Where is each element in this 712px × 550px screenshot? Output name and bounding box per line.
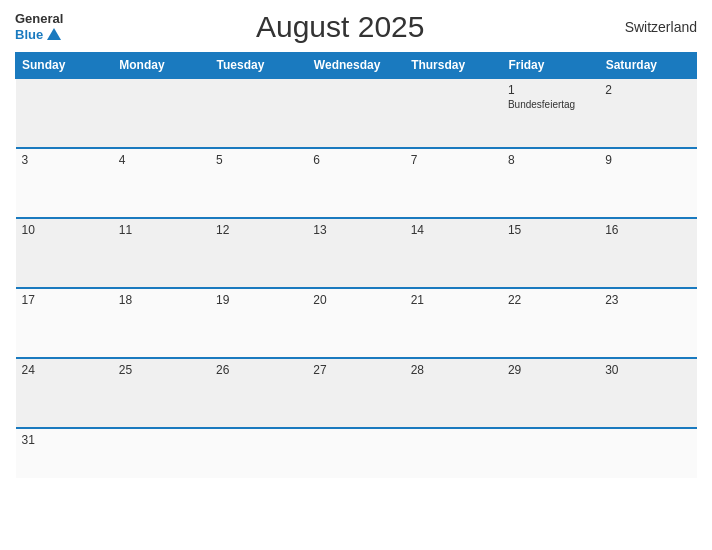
- day-cell: [16, 78, 113, 148]
- logo-triangle-icon: [47, 28, 61, 40]
- country-label: Switzerland: [617, 19, 697, 35]
- logo-blue-text: Blue: [15, 27, 61, 42]
- day-cell: 10: [16, 218, 113, 288]
- calendar-header: General Blue August 2025 Switzerland: [15, 10, 697, 44]
- day-cell: 6: [307, 148, 404, 218]
- header-thursday: Thursday: [405, 53, 502, 79]
- day-cell: 12: [210, 218, 307, 288]
- day-number: 13: [313, 223, 398, 237]
- day-cell: [210, 78, 307, 148]
- header-monday: Monday: [113, 53, 210, 79]
- day-number: 23: [605, 293, 690, 307]
- day-cell: 13: [307, 218, 404, 288]
- day-cell: 15: [502, 218, 599, 288]
- day-cell: 30: [599, 358, 696, 428]
- day-cell: 11: [113, 218, 210, 288]
- day-cell: 31: [16, 428, 113, 478]
- day-cell: 23: [599, 288, 696, 358]
- day-cell: [502, 428, 599, 478]
- day-number: 14: [411, 223, 496, 237]
- day-cell: [405, 78, 502, 148]
- logo: General Blue: [15, 12, 63, 41]
- day-cell: [405, 428, 502, 478]
- day-number: 5: [216, 153, 301, 167]
- day-number: 16: [605, 223, 690, 237]
- day-cell: 28: [405, 358, 502, 428]
- day-cell: 8: [502, 148, 599, 218]
- day-cell: 14: [405, 218, 502, 288]
- day-number: 18: [119, 293, 204, 307]
- day-cell: 16: [599, 218, 696, 288]
- day-cell: 26: [210, 358, 307, 428]
- calendar-container: General Blue August 2025 Switzerland Sun…: [0, 0, 712, 550]
- week-row-5: 24252627282930: [16, 358, 697, 428]
- day-cell: 4: [113, 148, 210, 218]
- day-number: 11: [119, 223, 204, 237]
- day-number: 6: [313, 153, 398, 167]
- week-row-1: 1Bundesfeiertag2: [16, 78, 697, 148]
- day-number: 3: [22, 153, 107, 167]
- logo-general-text: General: [15, 12, 63, 26]
- holiday-label: Bundesfeiertag: [508, 99, 593, 111]
- day-cell: 19: [210, 288, 307, 358]
- calendar-title: August 2025: [63, 10, 617, 44]
- day-number: 12: [216, 223, 301, 237]
- day-cell: 2: [599, 78, 696, 148]
- day-number: 19: [216, 293, 301, 307]
- week-row-2: 3456789: [16, 148, 697, 218]
- header-sunday: Sunday: [16, 53, 113, 79]
- day-number: 27: [313, 363, 398, 377]
- day-cell: 5: [210, 148, 307, 218]
- weekday-header-row: Sunday Monday Tuesday Wednesday Thursday…: [16, 53, 697, 79]
- day-number: 17: [22, 293, 107, 307]
- day-cell: 27: [307, 358, 404, 428]
- day-cell: 29: [502, 358, 599, 428]
- day-number: 9: [605, 153, 690, 167]
- day-cell: 24: [16, 358, 113, 428]
- day-number: 26: [216, 363, 301, 377]
- day-cell: 17: [16, 288, 113, 358]
- day-cell: [210, 428, 307, 478]
- day-number: 10: [22, 223, 107, 237]
- day-cell: [113, 78, 210, 148]
- header-wednesday: Wednesday: [307, 53, 404, 79]
- day-number: 2: [605, 83, 690, 97]
- day-cell: 18: [113, 288, 210, 358]
- day-cell: 9: [599, 148, 696, 218]
- day-number: 24: [22, 363, 107, 377]
- day-cell: 1Bundesfeiertag: [502, 78, 599, 148]
- day-number: 25: [119, 363, 204, 377]
- day-cell: [307, 428, 404, 478]
- header-friday: Friday: [502, 53, 599, 79]
- day-number: 4: [119, 153, 204, 167]
- week-row-6: 31: [16, 428, 697, 478]
- header-tuesday: Tuesday: [210, 53, 307, 79]
- day-cell: [113, 428, 210, 478]
- day-number: 22: [508, 293, 593, 307]
- day-number: 15: [508, 223, 593, 237]
- day-cell: 22: [502, 288, 599, 358]
- week-row-3: 10111213141516: [16, 218, 697, 288]
- day-cell: 3: [16, 148, 113, 218]
- day-number: 20: [313, 293, 398, 307]
- day-cell: 21: [405, 288, 502, 358]
- day-number: 1: [508, 83, 593, 97]
- day-number: 8: [508, 153, 593, 167]
- day-cell: 25: [113, 358, 210, 428]
- header-saturday: Saturday: [599, 53, 696, 79]
- day-cell: 7: [405, 148, 502, 218]
- day-number: 31: [22, 433, 107, 447]
- day-cell: 20: [307, 288, 404, 358]
- day-number: 7: [411, 153, 496, 167]
- week-row-4: 17181920212223: [16, 288, 697, 358]
- day-number: 29: [508, 363, 593, 377]
- day-cell: [307, 78, 404, 148]
- day-number: 30: [605, 363, 690, 377]
- day-number: 21: [411, 293, 496, 307]
- day-cell: [599, 428, 696, 478]
- day-number: 28: [411, 363, 496, 377]
- calendar-grid: Sunday Monday Tuesday Wednesday Thursday…: [15, 52, 697, 478]
